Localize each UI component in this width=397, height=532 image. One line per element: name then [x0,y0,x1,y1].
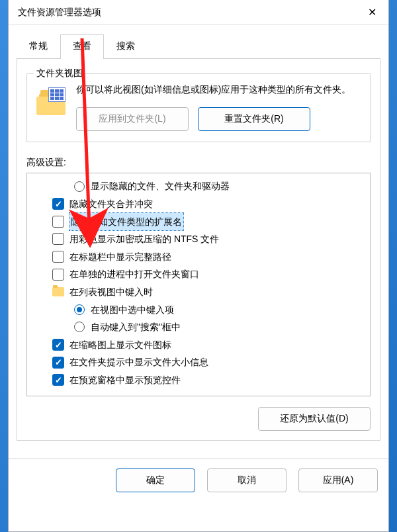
checkbox-icon [52,357,64,369]
folder-icon [52,287,64,296]
reset-folders-button[interactable]: 重置文件夹(R) [198,107,310,131]
tree-item-label: 在标题栏中显示完整路径 [69,248,171,266]
client-area: 常规 查看 搜索 文件夹视图 你可以将此视图(如详细信息或图标)应用于这种类型的… [9,34,388,449]
view-tab-panel: 文件夹视图 你可以将此视图(如详细信息或图标)应用于这种类型的所有文件夹。 应用… [17,58,380,441]
tab-search[interactable]: 搜索 [104,34,148,59]
checkbox-icon [52,216,64,228]
dialog-footer: 确定 取消 应用(A) [9,459,388,503]
tree-item-label: 在视图中选中键入项 [91,301,174,319]
window-title: 文件资源管理器选项 [18,7,101,19]
apply-to-folders-button[interactable]: 应用到文件夹(L) [76,107,189,131]
checkbox-icon [52,269,64,281]
folder-views-description: 你可以将此视图(如详细信息或图标)应用于这种类型的所有文件夹。 [76,82,361,97]
cancel-button[interactable]: 取消 [207,468,287,492]
checkbox-icon [52,339,64,351]
checkbox-icon [52,198,64,210]
advanced-settings-tree[interactable]: 显示隐藏的文件、文件夹和驱动器隐藏文件夹合并冲突隐藏已知文件类型的扩展名用彩色显… [26,173,371,396]
tree-item-label: 在列表视图中键入时 [69,283,153,301]
folder-views-group: 文件夹视图 你可以将此视图(如详细信息或图标)应用于这种类型的所有文件夹。 应用… [26,73,371,142]
tree-item[interactable]: 显示隐藏的文件、文件夹和驱动器 [30,177,367,195]
restore-defaults-button[interactable]: 还原为默认值(D) [258,407,371,431]
tree-item[interactable]: 在预览窗格中显示预览控件 [30,371,367,389]
tree-item[interactable]: 自动键入到"搜索"框中 [30,318,367,336]
tree-item[interactable]: 在列表视图中键入时 [30,283,367,301]
tree-item[interactable]: 隐藏已知文件类型的扩展名 [30,213,367,231]
tree-item-label: 隐藏已知文件类型的扩展名 [69,213,183,231]
checkbox-icon [52,374,64,386]
title-bar: 文件资源管理器选项 ✕ [9,0,388,25]
folder-views-legend: 文件夹视图 [34,67,85,79]
tab-strip: 常规 查看 搜索 [17,34,380,59]
tree-item-label: 显示隐藏的文件、文件夹和驱动器 [91,177,230,195]
tree-item[interactable]: 用彩色显示加密或压缩的 NTFS 文件 [30,230,367,248]
tree-item[interactable]: 在文件夹提示中显示文件大小信息 [30,353,367,371]
folder-options-dialog: 文件资源管理器选项 ✕ 常规 查看 搜索 文件夹视图 你可以将此视图(如详细信息… [8,0,389,532]
tree-item[interactable]: 隐藏文件夹合并冲突 [30,195,367,213]
tab-general[interactable]: 常规 [17,34,60,59]
tab-view[interactable]: 查看 [60,34,104,59]
apply-button[interactable]: 应用(A) [298,468,378,492]
radio-icon [74,181,85,192]
tree-item-label: 在缩略图上显示文件图标 [69,336,171,354]
ok-button[interactable]: 确定 [116,468,195,492]
checkbox-icon [52,251,64,263]
tree-item[interactable]: 在标题栏中显示完整路径 [30,248,367,266]
radio-icon [74,304,85,315]
tree-item[interactable]: 在单独的进程中打开文件夹窗口 [30,265,367,283]
tree-item-label: 用彩色显示加密或压缩的 NTFS 文件 [69,230,219,248]
tree-item[interactable]: 在视图中选中键入项 [30,301,367,319]
tree-item-label: 隐藏文件夹合并冲突 [69,195,153,213]
close-button[interactable]: ✕ [363,3,382,21]
tree-item-label: 自动键入到"搜索"框中 [91,318,181,336]
advanced-settings-label: 高级设置: [26,157,371,169]
radio-icon [74,322,85,332]
checkbox-icon [52,233,64,245]
tree-item-label: 在单独的进程中打开文件夹窗口 [69,265,199,283]
tree-item-label: 在预览窗格中显示预览控件 [69,371,181,389]
folder-view-icon [36,87,68,116]
tree-item-label: 在文件夹提示中显示文件大小信息 [69,353,208,371]
tree-item[interactable]: 在缩略图上显示文件图标 [30,336,367,354]
close-icon: ✕ [368,7,376,18]
